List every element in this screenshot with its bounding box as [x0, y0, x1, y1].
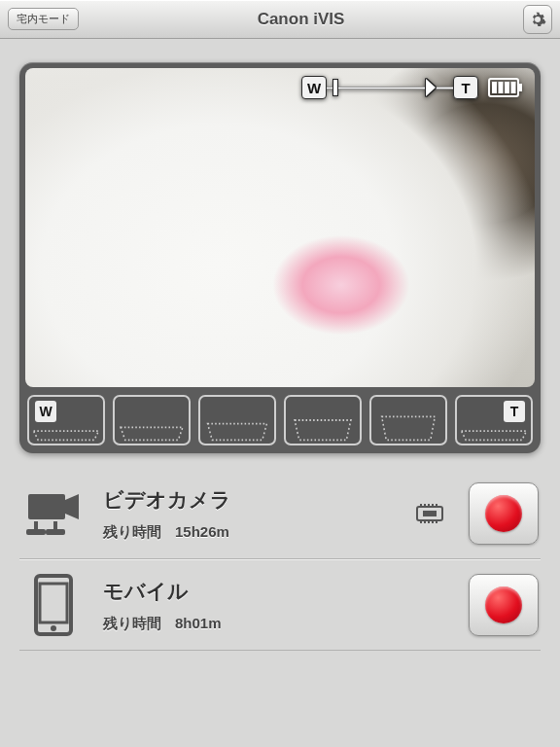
zoom-step-bar — [25, 395, 535, 447]
zoom-step-3[interactable] — [198, 395, 276, 445]
zoom-track[interactable] — [327, 76, 453, 99]
svg-rect-1 — [519, 84, 522, 91]
zoom-wide-badge: W — [301, 76, 327, 99]
zoom-step-5[interactable] — [369, 395, 447, 445]
zoom-knob[interactable] — [332, 79, 338, 96]
remaining-label: 残り時間 — [103, 615, 161, 631]
device-row-camera: ビデオカメラ 残り時間15h26m — [19, 469, 541, 559]
zoom-step-1-wide[interactable] — [27, 395, 105, 445]
gear-icon — [529, 11, 546, 28]
svg-rect-12 — [28, 494, 65, 519]
device-row-mobile: モバイル 残り時間8h01m — [19, 559, 541, 651]
zoom-step-4[interactable] — [284, 395, 362, 445]
memory-icon — [416, 504, 443, 523]
top-bar: 宅内モード Canon iVIS — [0, 0, 560, 39]
remaining-label: 残り時間 — [103, 523, 161, 540]
svg-rect-15 — [53, 521, 57, 529]
camcorder-icon — [19, 488, 88, 539]
svg-rect-14 — [34, 521, 38, 529]
svg-marker-13 — [65, 494, 79, 519]
svg-rect-16 — [26, 529, 46, 535]
device-title: ビデオカメラ — [103, 486, 401, 514]
svg-marker-10 — [382, 416, 436, 440]
device-title: モバイル — [103, 578, 453, 605]
svg-rect-31 — [40, 584, 67, 622]
svg-point-32 — [51, 625, 56, 631]
live-preview[interactable]: W T — [25, 68, 535, 387]
device-list: ビデオカメラ 残り時間15h26m — [0, 463, 560, 651]
battery-icon — [488, 77, 523, 98]
zoom-step-6-tele[interactable] — [455, 395, 533, 445]
svg-rect-4 — [505, 82, 509, 93]
zoom-tele-badge: T — [453, 76, 478, 99]
preview-section: W T — [0, 39, 560, 463]
app-title: Canon iVIS — [258, 10, 345, 29]
record-button-camera[interactable] — [469, 482, 539, 545]
record-icon — [485, 495, 522, 532]
svg-marker-11 — [462, 431, 527, 440]
remaining-value: 15h26m — [175, 523, 229, 540]
svg-rect-17 — [46, 529, 65, 535]
svg-marker-7 — [121, 427, 183, 440]
record-button-mobile[interactable] — [469, 574, 539, 636]
zoom-slider[interactable]: W T — [301, 76, 478, 99]
svg-marker-9 — [295, 420, 351, 440]
settings-button[interactable] — [523, 5, 552, 34]
preview-overlay: W T — [25, 76, 535, 99]
svg-rect-5 — [511, 82, 516, 93]
zoom-arrow-icon — [426, 79, 436, 96]
phone-icon — [19, 574, 88, 636]
svg-rect-2 — [492, 82, 497, 93]
zoom-step-2[interactable] — [113, 395, 191, 445]
svg-rect-3 — [499, 82, 504, 93]
svg-rect-29 — [423, 511, 437, 516]
remaining-value: 8h01m — [175, 615, 222, 631]
preview-panel: W T — [19, 62, 541, 453]
svg-marker-6 — [34, 431, 99, 440]
record-icon — [485, 587, 522, 623]
svg-marker-8 — [208, 424, 267, 441]
mode-button[interactable]: 宅内モード — [8, 8, 79, 30]
